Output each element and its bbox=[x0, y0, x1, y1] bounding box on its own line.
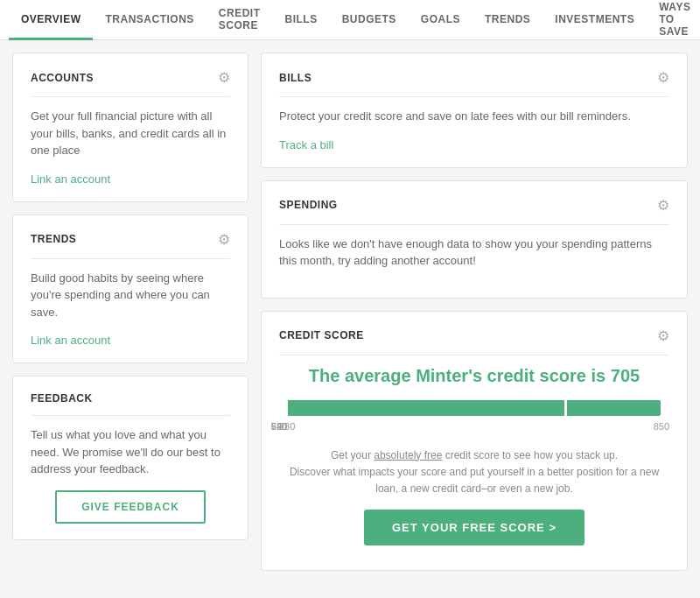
score-bar-container bbox=[288, 400, 661, 416]
right-column: BILLS ⚙ Protect your credit score and sa… bbox=[261, 53, 688, 571]
credit-score-value: 705 bbox=[611, 366, 640, 385]
bills-card-header: BILLS ⚙ bbox=[279, 69, 669, 86]
feedback-card-header: FEEDBACK bbox=[31, 392, 230, 405]
spending-card-header: SPENDING ⚙ bbox=[279, 197, 669, 214]
accounts-card-header: ACCOUNTS ⚙ bbox=[31, 69, 230, 86]
trends-link[interactable]: Link an account bbox=[31, 334, 110, 347]
bills-title: BILLS bbox=[279, 72, 312, 84]
trends-card-header: TRENDS ⚙ bbox=[31, 231, 230, 248]
nav-investments[interactable]: INVESTMENTS bbox=[542, 1, 647, 40]
spending-card: SPENDING ⚙ Looks like we don't have enou… bbox=[261, 180, 688, 299]
credit-score-card-header: CREDIT SCORE ⚙ bbox=[279, 327, 669, 344]
nav-trends[interactable]: TRENDS bbox=[472, 1, 542, 40]
bills-body: Protect your credit score and save on la… bbox=[279, 108, 669, 125]
nav-overview[interactable]: OVERVIEW bbox=[9, 1, 93, 40]
bills-card: BILLS ⚙ Protect your credit score and sa… bbox=[261, 53, 688, 168]
accounts-title: ACCOUNTS bbox=[31, 72, 94, 84]
credit-score-gear-icon[interactable]: ⚙ bbox=[657, 327, 669, 344]
accounts-gear-icon[interactable]: ⚙ bbox=[218, 69, 230, 86]
trends-title: TRENDS bbox=[31, 233, 76, 245]
nav-budgets[interactable]: BUDGETS bbox=[330, 1, 409, 40]
bills-link[interactable]: Track a bill bbox=[279, 138, 333, 151]
score-bar bbox=[288, 400, 661, 416]
main-content: ACCOUNTS ⚙ Get your full financial pictu… bbox=[0, 40, 700, 583]
trends-body: Build good habits by seeing where you're… bbox=[31, 270, 230, 321]
score-labels: 280 590 640 720 850 bbox=[279, 421, 669, 437]
feedback-card: FEEDBACK Tell us what you love and what … bbox=[12, 376, 248, 540]
trends-card: TRENDS ⚙ Build good habits by seeing whe… bbox=[12, 215, 248, 364]
navigation: OVERVIEW TRANSACTIONS CREDIT SCORE BILLS… bbox=[0, 0, 700, 40]
feedback-button[interactable]: GIVE FEEDBACK bbox=[55, 490, 206, 524]
feedback-title: FEEDBACK bbox=[31, 392, 93, 405]
credit-score-heading-text: The average Minter's credit score is bbox=[309, 366, 606, 385]
nav-credit-score[interactable]: CREDIT SCORE bbox=[206, 1, 273, 40]
feedback-body: Tell us what you love and what you need.… bbox=[31, 426, 230, 478]
accounts-card: ACCOUNTS ⚙ Get your full financial pictu… bbox=[12, 53, 248, 202]
spending-gear-icon[interactable]: ⚙ bbox=[657, 197, 669, 214]
nav-bills[interactable]: BILLS bbox=[272, 1, 329, 40]
score-segment-green bbox=[288, 400, 661, 416]
bills-gear-icon[interactable]: ⚙ bbox=[657, 69, 669, 86]
nav-transactions[interactable]: TRANSACTIONS bbox=[93, 1, 206, 40]
accounts-link[interactable]: Link an account bbox=[31, 172, 110, 186]
credit-score-card: CREDIT SCORE ⚙ The average Minter's cred… bbox=[261, 311, 688, 572]
credit-score-description: Get your absolutely free credit score to… bbox=[288, 447, 661, 498]
nav-goals[interactable]: GOALS bbox=[409, 1, 472, 40]
credit-desc-emphasis: absolutely free bbox=[374, 449, 442, 461]
get-score-button[interactable]: GET YOUR FREE SCORE > bbox=[364, 510, 584, 545]
score-marker bbox=[564, 397, 567, 419]
credit-score-title: CREDIT SCORE bbox=[279, 329, 364, 341]
credit-score-heading: The average Minter's credit score is 705 bbox=[279, 366, 669, 386]
trends-gear-icon[interactable]: ⚙ bbox=[218, 231, 230, 248]
accounts-body: Get your full financial picture with all… bbox=[31, 108, 230, 159]
score-label-720: 720 bbox=[271, 421, 287, 432]
spending-title: SPENDING bbox=[279, 199, 338, 211]
left-column: ACCOUNTS ⚙ Get your full financial pictu… bbox=[12, 53, 248, 571]
spending-body: Looks like we don't have enough data to … bbox=[279, 236, 669, 270]
score-label-850: 850 bbox=[654, 421, 669, 432]
nav-ways-to-save[interactable]: WAYS TO SAVE bbox=[647, 1, 700, 40]
